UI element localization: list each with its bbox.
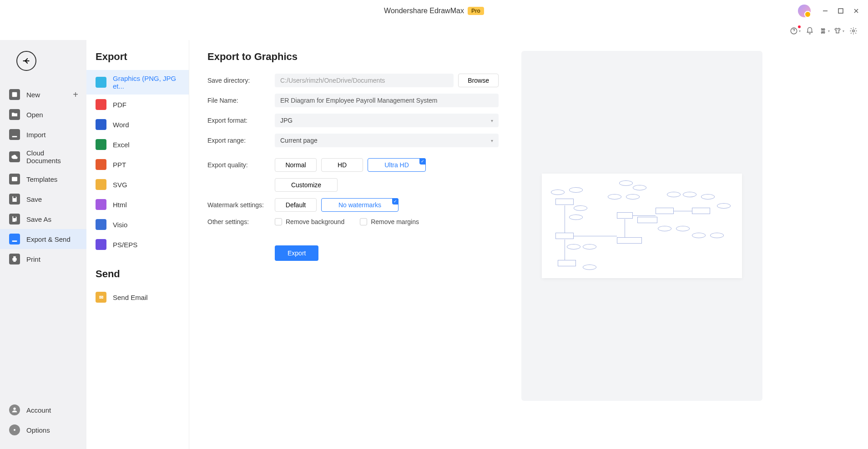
svg-rect-8 xyxy=(13,260,15,262)
export-format-sidebar: Export Graphics (PNG, JPG et...PDFWordEx… xyxy=(86,40,189,449)
word-file-icon xyxy=(96,119,106,130)
pdf-file-icon xyxy=(96,99,106,110)
svg-point-10 xyxy=(14,429,15,431)
format-graphics[interactable]: Graphics (PNG, JPG et... xyxy=(86,70,189,95)
watermark-none-button[interactable]: No watermarks xyxy=(321,198,399,212)
top-toolbar: ▾ ▾ ▾ xyxy=(0,22,868,40)
format-visio[interactable]: Visio xyxy=(86,215,189,234)
maximize-button[interactable] xyxy=(834,5,847,17)
titlebar: Wondershare EdrawMax Pro xyxy=(0,0,868,22)
svg-point-9 xyxy=(13,408,15,410)
quality-label: Export quality: xyxy=(207,161,275,169)
bell-icon[interactable] xyxy=(803,25,816,37)
gear-icon[interactable] xyxy=(847,25,860,37)
range-select[interactable]: Current page xyxy=(275,134,499,147)
export-content: Export to Graphics Save directory: Brows… xyxy=(189,40,868,449)
quality-ultrahd-button[interactable]: Ultra HD xyxy=(368,158,426,172)
save-icon xyxy=(9,194,20,205)
templates-icon xyxy=(9,174,20,185)
quality-hd-button[interactable]: HD xyxy=(321,158,363,172)
svg-rect-4 xyxy=(12,177,17,181)
send-email[interactable]: ✉Send Email xyxy=(86,287,189,307)
format-pdf[interactable]: PDF xyxy=(86,95,189,115)
visio-file-icon xyxy=(96,219,106,230)
saveas-icon xyxy=(9,214,20,224)
ppt-file-icon xyxy=(96,159,106,170)
format-ppt[interactable]: PPT xyxy=(86,155,189,175)
export-heading: Export xyxy=(86,51,189,70)
format-select[interactable]: JPG xyxy=(275,114,499,127)
new-icon xyxy=(9,89,20,100)
tshirt-icon[interactable]: ▾ xyxy=(833,25,845,37)
format-svg[interactable]: SVG xyxy=(86,175,189,195)
preview-thumbnail xyxy=(542,174,742,278)
app-title: Wondershare EdrawMax xyxy=(384,7,464,15)
export-button[interactable]: Export xyxy=(275,245,318,261)
nav-open[interactable]: Open xyxy=(0,105,86,125)
nav-account[interactable]: Account xyxy=(0,400,86,420)
account-icon xyxy=(9,404,20,415)
send-heading: Send xyxy=(86,268,189,287)
graphics-file-icon xyxy=(96,77,106,88)
email-icon: ✉ xyxy=(96,292,106,303)
cloud-icon xyxy=(9,151,20,162)
excel-file-icon xyxy=(96,139,106,150)
print-icon xyxy=(9,254,20,264)
command-icon[interactable]: ▾ xyxy=(818,25,831,37)
html-file-icon xyxy=(96,199,106,210)
range-label: Export range: xyxy=(207,137,275,144)
watermark-label: Watermark settings: xyxy=(207,201,275,209)
svg-rect-7 xyxy=(13,256,15,258)
file-name-input[interactable] xyxy=(275,94,499,107)
format-label: Export format: xyxy=(207,117,275,124)
format-word[interactable]: Word xyxy=(86,115,189,135)
other-settings-label: Other settings: xyxy=(207,218,275,225)
close-button[interactable] xyxy=(850,5,863,17)
help-icon[interactable]: ▾ xyxy=(789,25,802,37)
open-icon xyxy=(9,109,20,120)
back-button[interactable] xyxy=(16,51,36,71)
customize-button[interactable]: Customize xyxy=(275,178,338,192)
nav-cloud[interactable]: Cloud Documents xyxy=(0,145,86,169)
svg-rect-0 xyxy=(838,9,843,13)
quality-normal-button[interactable]: Normal xyxy=(275,158,317,172)
options-icon xyxy=(9,424,20,435)
export-icon xyxy=(9,234,20,244)
nav-saveas[interactable]: Save As xyxy=(0,209,86,229)
nav-new[interactable]: New+ xyxy=(0,85,86,105)
watermark-default-button[interactable]: Default xyxy=(275,198,317,212)
page-title: Export to Graphics xyxy=(207,51,499,63)
remove-margins-checkbox[interactable]: Remove margins xyxy=(360,218,419,225)
format-html[interactable]: Html xyxy=(86,195,189,215)
nav-save[interactable]: Save xyxy=(0,189,86,209)
svg-point-2 xyxy=(853,30,855,32)
svg-rect-5 xyxy=(13,178,14,180)
save-dir-label: Save directory: xyxy=(207,77,275,84)
import-icon xyxy=(9,129,20,140)
preview-panel xyxy=(521,51,762,401)
browse-button[interactable]: Browse xyxy=(458,74,499,87)
save-dir-input[interactable] xyxy=(275,74,454,87)
plus-icon: + xyxy=(73,90,78,100)
minimize-button[interactable] xyxy=(819,5,832,17)
pseps-file-icon xyxy=(96,239,106,250)
nav-import[interactable]: Import xyxy=(0,125,86,145)
pro-badge: Pro xyxy=(468,7,484,15)
format-excel[interactable]: Excel xyxy=(86,135,189,155)
remove-bg-checkbox[interactable]: Remove background xyxy=(275,218,344,225)
nav-export[interactable]: Export & Send xyxy=(0,229,86,249)
nav-options[interactable]: Options xyxy=(0,420,86,440)
file-menu-sidebar: New+OpenImportCloud DocumentsTemplatesSa… xyxy=(0,40,86,449)
user-avatar[interactable] xyxy=(798,5,811,17)
format-pseps[interactable]: PS/EPS xyxy=(86,234,189,254)
nav-print[interactable]: Print xyxy=(0,249,86,269)
file-name-label: File Name: xyxy=(207,97,275,104)
svg-file-icon xyxy=(96,179,106,190)
nav-templates[interactable]: Templates xyxy=(0,169,86,189)
